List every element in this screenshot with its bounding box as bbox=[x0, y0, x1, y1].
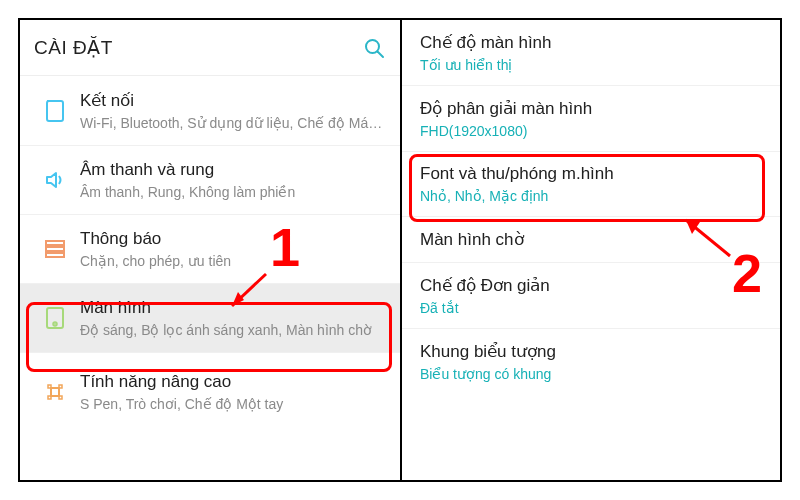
item-subtitle: FHD(1920x1080) bbox=[420, 123, 762, 139]
settings-item-advanced[interactable]: Tính năng nâng cao S Pen, Trò chơi, Chế … bbox=[20, 353, 400, 417]
settings-item-connections[interactable]: Kết nối Wi-Fi, Bluetooth, Sử dụng dữ liệ… bbox=[20, 76, 400, 146]
item-subtitle: Biểu tượng có khung bbox=[420, 366, 762, 382]
item-subtitle: Âm thanh, Rung, Không làm phiền bbox=[80, 184, 386, 200]
item-title: Font và thu/phóng m.hình bbox=[420, 164, 762, 184]
item-title: Khung biểu tượng bbox=[420, 341, 762, 362]
item-title: Độ phân giải màn hình bbox=[420, 98, 762, 119]
item-subtitle: Chặn, cho phép, ưu tiên bbox=[80, 253, 386, 269]
page-title: CÀI ĐẶT bbox=[34, 36, 362, 59]
item-subtitle: Wi-Fi, Bluetooth, Sử dụng dữ liệu, Chế đ… bbox=[80, 115, 386, 131]
item-subtitle: Tối ưu hiển thị bbox=[420, 57, 762, 73]
svg-rect-12 bbox=[59, 396, 62, 399]
item-title: Kết nối bbox=[80, 90, 386, 111]
notifications-icon bbox=[34, 235, 76, 263]
svg-rect-9 bbox=[48, 385, 51, 388]
settings-item-notifications[interactable]: Thông báo Chặn, cho phép, ưu tiên bbox=[20, 215, 400, 284]
item-title: Âm thanh và rung bbox=[80, 160, 386, 180]
display-settings-panel: Chế độ màn hình Tối ưu hiển thị Độ phân … bbox=[400, 20, 780, 480]
settings-item-display[interactable]: Màn hình Độ sáng, Bộ lọc ánh sáng xanh, … bbox=[20, 284, 400, 353]
display-item-icon-frames[interactable]: Khung biểu tượng Biểu tượng có khung bbox=[402, 329, 780, 394]
svg-rect-4 bbox=[46, 247, 64, 251]
svg-rect-2 bbox=[47, 101, 63, 121]
advanced-icon bbox=[34, 378, 76, 406]
sound-icon bbox=[34, 166, 76, 194]
settings-header: CÀI ĐẶT bbox=[20, 20, 400, 76]
settings-main-panel: CÀI ĐẶT Kết nối Wi-Fi, Bluetooth bbox=[20, 20, 400, 480]
settings-item-sound[interactable]: Âm thanh và rung Âm thanh, Rung, Không l… bbox=[20, 146, 400, 215]
display-icon bbox=[34, 304, 76, 332]
settings-list: Kết nối Wi-Fi, Bluetooth, Sử dụng dữ liệ… bbox=[20, 76, 400, 417]
item-subtitle: Nhỏ, Nhỏ, Mặc định bbox=[420, 188, 762, 204]
svg-rect-10 bbox=[59, 385, 62, 388]
item-title: Chế độ Đơn giản bbox=[420, 275, 762, 296]
display-item-resolution[interactable]: Độ phân giải màn hình FHD(1920x1080) bbox=[402, 86, 780, 152]
item-title: Màn hình chờ bbox=[420, 229, 762, 250]
connections-icon bbox=[34, 97, 76, 125]
svg-rect-3 bbox=[46, 241, 64, 245]
svg-rect-5 bbox=[46, 253, 64, 257]
search-icon[interactable] bbox=[362, 36, 386, 60]
screenshot-frame: CÀI ĐẶT Kết nối Wi-Fi, Bluetooth bbox=[18, 18, 782, 482]
display-item-screensaver[interactable]: Màn hình chờ bbox=[402, 217, 780, 263]
item-title: Màn hình bbox=[80, 298, 386, 318]
display-item-easy-mode[interactable]: Chế độ Đơn giản Đã tắt bbox=[402, 263, 780, 329]
item-subtitle: Độ sáng, Bộ lọc ánh sáng xanh, Màn hình … bbox=[80, 322, 386, 338]
item-title: Chế độ màn hình bbox=[420, 32, 762, 53]
item-subtitle: Đã tắt bbox=[420, 300, 762, 316]
item-subtitle: S Pen, Trò chơi, Chế độ Một tay bbox=[80, 396, 386, 412]
item-title: Thông báo bbox=[80, 229, 386, 249]
svg-rect-8 bbox=[51, 388, 59, 396]
item-title: Tính năng nâng cao bbox=[80, 372, 386, 392]
display-item-screen-mode[interactable]: Chế độ màn hình Tối ưu hiển thị bbox=[402, 20, 780, 86]
svg-rect-11 bbox=[48, 396, 51, 399]
svg-line-1 bbox=[378, 51, 384, 57]
display-item-font-zoom[interactable]: Font và thu/phóng m.hình Nhỏ, Nhỏ, Mặc đ… bbox=[402, 152, 780, 217]
